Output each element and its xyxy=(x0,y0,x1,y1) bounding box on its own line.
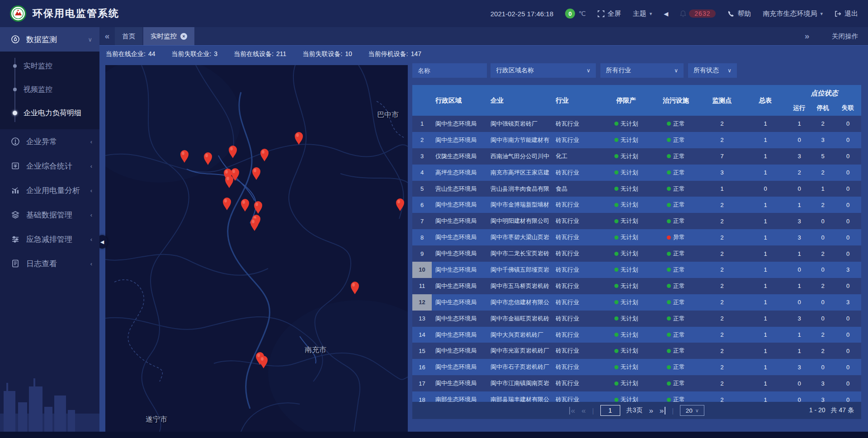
sidebar-section[interactable]: 数据监测 ∨ xyxy=(0,27,99,52)
map-pin[interactable] xyxy=(228,145,238,159)
sidebar-section[interactable]: 日志查看 ‹ xyxy=(0,251,99,276)
map-pin[interactable] xyxy=(259,148,269,162)
table-row[interactable]: 1 阆中生态环境局 阆中强锐页岩砖厂 砖瓦行业 无计划 正常 2 1 1 2 0 xyxy=(412,116,861,132)
table-row[interactable]: 7 阆中生态环境局 阆中明阳建材有限公司 砖瓦行业 无计划 正常 2 1 3 0… xyxy=(412,213,861,229)
cell-stop: 5 xyxy=(811,148,835,165)
row-index: 11 xyxy=(412,278,432,294)
total-pages-label: 共3页 xyxy=(627,406,643,414)
limit-status-dot xyxy=(614,122,618,126)
stat-label: 当前停机设备: xyxy=(368,50,408,58)
table-row[interactable]: 9 阆中生态环境局 阆中市二龙长宝页岩砖 砖瓦行业 无计划 正常 2 1 1 2… xyxy=(412,245,861,262)
map-pin[interactable] xyxy=(395,198,405,212)
map-pin[interactable] xyxy=(250,218,259,231)
cell-points: 2 xyxy=(701,375,743,391)
cell-company: 阆中市石子页岩机砖厂 xyxy=(491,359,554,375)
table-row[interactable]: 18 南部生态环境局 南部县瑞丰建材有限公 砖瓦行业 无计划 正常 2 1 0 … xyxy=(412,391,861,402)
tabs-scroll-left-button[interactable]: « xyxy=(99,27,115,45)
layers-icon xyxy=(11,210,20,219)
row-index: 10 xyxy=(412,262,432,278)
tab-realtime-monitor[interactable]: 实时监控 × xyxy=(143,27,194,45)
fullscreen-button[interactable]: 全屏 xyxy=(598,9,621,18)
table-row[interactable]: 10 阆中生态环境局 阆中千佛镇五郎垭页岩 砖瓦行业 无计划 正常 2 1 0 … xyxy=(412,262,861,278)
cell-facility: 正常 xyxy=(673,298,685,306)
org-dropdown[interactable]: 南充市生态环境局 ▾ xyxy=(763,9,823,18)
table-row[interactable]: 2 阆中生态环境局 阆中市南方节能建材有 砖瓦行业 无计划 正常 2 1 0 3… xyxy=(412,132,861,148)
cell-company: 阆中强锐页岩砖厂 xyxy=(491,116,554,132)
table-row[interactable]: 16 阆中生态环境局 阆中市石子页岩机砖厂 砖瓦行业 无计划 正常 2 1 3 … xyxy=(412,359,861,375)
temperature-widget: 0 ℃ xyxy=(565,9,586,19)
sidebar-section[interactable]: 应急减排管理 ‹ xyxy=(0,227,99,251)
cell-meter: 1 xyxy=(743,245,788,262)
cell-facility: 正常 xyxy=(673,120,685,128)
cell-industry: 砖瓦行业 xyxy=(554,116,601,132)
sidebar-section[interactable]: 企业异常 ‹ xyxy=(0,129,99,154)
current-datetime: 2021-02-25 17:46:18 xyxy=(491,10,553,18)
theme-dropdown[interactable]: 主题 ▾ xyxy=(633,9,652,18)
sidebar-section[interactable]: 企业综合统计 ‹ xyxy=(0,154,99,178)
table-row[interactable]: 6 阆中生态环境局 阆中市金博瑞新型墙材 砖瓦行业 无计划 正常 2 1 1 2… xyxy=(412,197,861,213)
bottom-strip xyxy=(0,432,868,438)
map-pin[interactable] xyxy=(259,355,269,369)
sidebar-section[interactable]: 基础数据管理 ‹ xyxy=(0,203,99,227)
cell-run: 3 xyxy=(788,359,811,375)
table-row[interactable]: 3 仪陇生态环境局 西南油气田分公司川中 化工 无计划 正常 7 1 3 5 0 xyxy=(412,148,861,165)
point-status-subheaders: 运行 停机 失联 xyxy=(788,104,861,112)
sidebar-subitem[interactable]: 企业电力负荷明细 xyxy=(0,101,99,125)
map-pin[interactable] xyxy=(240,198,250,212)
cell-points: 2 xyxy=(701,278,743,294)
map-pin[interactable] xyxy=(350,281,360,295)
cell-region: 阆中生态环境局 xyxy=(432,213,491,229)
limit-status-dot xyxy=(614,333,618,337)
tab-close-icon[interactable]: × xyxy=(180,33,187,40)
table-row[interactable]: 11 阆中生态环境局 阆中市五马桥页岩机砖 砖瓦行业 无计划 正常 2 1 1 … xyxy=(412,278,861,294)
table-row[interactable]: 17 阆中生态环境局 阆中市江南镇阆南页岩 砖瓦行业 无计划 正常 2 1 0 … xyxy=(412,375,861,391)
cell-run: 0 xyxy=(788,391,811,402)
cell-points: 2 xyxy=(701,343,743,359)
map-pin[interactable] xyxy=(253,201,263,214)
cell-region: 南部生态环境局 xyxy=(432,391,491,402)
table-row[interactable]: 13 阆中生态环境局 阆中市金福旺页岩机砖 砖瓦行业 无计划 正常 2 1 3 … xyxy=(412,311,861,327)
table-row[interactable]: 8 阆中生态环境局 阆中市枣碧大梁山页岩 砖瓦行业 无计划 异常 2 1 3 0… xyxy=(412,229,861,245)
table-row[interactable]: 4 高坪生态环境局 南充市高坪区王家店建 砖瓦行业 无计划 正常 3 1 2 2… xyxy=(412,165,861,181)
close-operations-button[interactable]: 关闭操作 xyxy=(832,32,858,41)
map-pin[interactable] xyxy=(203,152,213,165)
logout-button[interactable]: 退出 xyxy=(835,9,858,18)
notifications-button[interactable]: 2632 xyxy=(680,9,716,18)
cell-lost: 0 xyxy=(835,213,861,229)
map-city-label: 南充市 xyxy=(305,345,326,355)
map-pin[interactable] xyxy=(222,197,232,211)
cell-facility: 正常 xyxy=(673,152,685,160)
map-panel[interactable]: 巴中市南充市遂宁市 xyxy=(105,65,408,432)
sidebar-subitem[interactable]: 视频监控 xyxy=(0,78,99,101)
table-row[interactable]: 12 阆中生态环境局 阆中市忠信建材有限公 砖瓦行业 无计划 正常 2 1 0 … xyxy=(412,294,861,311)
next-page-button[interactable]: » xyxy=(649,407,653,414)
prev-page-button[interactable]: « xyxy=(581,407,585,414)
table-row[interactable]: 5 营山生态环境局 营山县润丰肉食品有限 食品 无计划 正常 1 0 0 1 0 xyxy=(412,181,861,197)
cell-industry: 砖瓦行业 xyxy=(554,262,601,278)
table-row[interactable]: 14 阆中生态环境局 阆中大兴页岩机砖厂 砖瓦行业 无计划 正常 2 1 1 2… xyxy=(412,327,861,343)
region-select[interactable]: 行政区域名称 ∨ xyxy=(491,63,596,78)
tab-home[interactable]: 首页 xyxy=(115,27,142,45)
page-size-select[interactable]: 20 ∨ xyxy=(680,405,704,416)
first-page-button[interactable]: « xyxy=(569,407,575,414)
tabs-scroll-right-button[interactable]: » xyxy=(799,31,815,41)
name-search-input[interactable] xyxy=(412,63,487,78)
map-pin[interactable] xyxy=(294,132,304,145)
industry-select[interactable]: 所有行业 ∨ xyxy=(600,63,684,78)
sidebar-section[interactable]: 企业用电量分析 ‹ xyxy=(0,178,99,203)
cell-limit: 无计划 xyxy=(621,331,638,339)
last-page-button[interactable]: » xyxy=(660,407,665,414)
cell-run: 3 xyxy=(788,311,811,327)
mute-button[interactable]: ◀ xyxy=(664,10,668,17)
map-pin[interactable] xyxy=(224,175,234,188)
page-number-input[interactable] xyxy=(600,405,620,416)
cell-region: 阆中生态环境局 xyxy=(432,197,491,213)
table-row[interactable]: 15 阆中生态环境局 阆中市光富页岩机砖厂 砖瓦行业 无计划 正常 2 1 1 … xyxy=(412,343,861,359)
sidebar-subitem[interactable]: 实时监控 xyxy=(0,54,99,78)
status-select[interactable]: 所有状态 ∨ xyxy=(688,63,737,78)
cell-facility: 正常 xyxy=(673,315,685,323)
map-pin[interactable] xyxy=(251,167,261,180)
sidebar-subitem-label: 视频监控 xyxy=(24,85,52,94)
help-button[interactable]: 帮助 xyxy=(727,9,751,18)
map-pin[interactable] xyxy=(179,150,189,163)
